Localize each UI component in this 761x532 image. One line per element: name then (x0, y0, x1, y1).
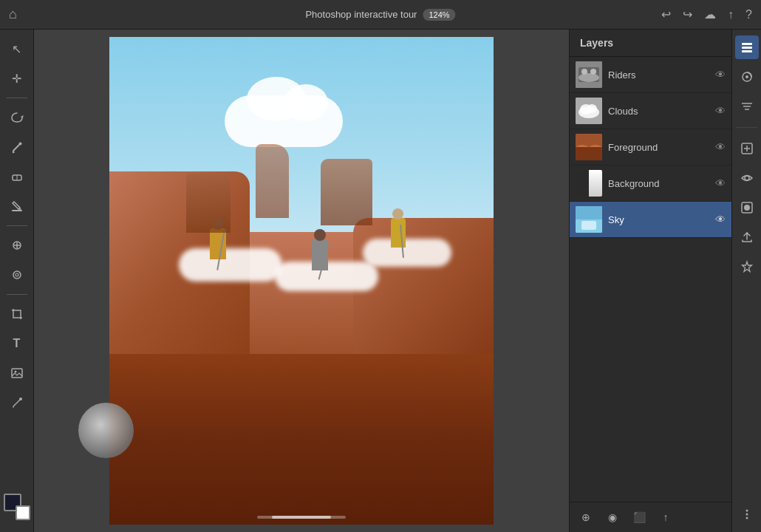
layers-list: Riders 👁 Clouds 👁 (570, 57, 731, 502)
svg-point-43 (745, 176, 749, 180)
cloud-icon[interactable]: ☁ (704, 7, 716, 21)
topbar-left: ⌂ (9, 7, 17, 22)
right-icon-panel (731, 30, 761, 532)
svg-point-47 (745, 514, 748, 516)
mask-icon-button[interactable] (735, 196, 759, 219)
eye-icon-background[interactable]: 👁 (715, 177, 726, 189)
layer-name-clouds: Clouds (608, 106, 709, 117)
canvas-area[interactable] (34, 30, 569, 532)
svg-point-21 (581, 69, 587, 75)
toolbar-separator-2 (7, 225, 27, 226)
help-icon[interactable]: ? (745, 8, 752, 21)
layer-thumb-background (576, 170, 602, 197)
svg-point-9 (16, 273, 18, 276)
image-tool[interactable] (4, 360, 30, 386)
eye-icon-riders[interactable]: 👁 (715, 69, 726, 81)
magic-icon-button[interactable] (735, 255, 759, 279)
layer-name-background: Background (608, 178, 709, 189)
color-swatches (4, 494, 30, 526)
select-tool[interactable]: ↖ (4, 35, 30, 62)
eye-icon-sky[interactable]: 👁 (715, 214, 726, 225)
layer-thumb-foreground (576, 134, 602, 160)
lasso-tool[interactable] (4, 104, 30, 131)
svg-point-17 (19, 398, 22, 400)
svg-point-48 (745, 517, 748, 519)
toolbar-separator-3 (7, 294, 27, 295)
ground (109, 354, 494, 525)
share-icon[interactable]: ↑ (728, 8, 734, 21)
panel-bottom-actions: ⊕ ◉ ⬛ ↑ (570, 502, 731, 532)
svg-point-36 (745, 75, 748, 78)
app-title: Photoshop interactive tour (305, 9, 417, 20)
svg-line-0 (13, 145, 19, 151)
visibility-icon-button[interactable] (735, 166, 759, 190)
eye-icon-foreground[interactable]: 👁 (715, 141, 726, 153)
scroll-thumb (272, 516, 331, 519)
layer-item-sky[interactable]: Sky 👁 (570, 202, 731, 238)
visibility-button[interactable]: ◉ (602, 507, 623, 528)
right-icon-separator (737, 127, 757, 128)
layer-name-foreground: Foreground (608, 142, 709, 153)
eye-icon-clouds[interactable]: 👁 (715, 105, 726, 117)
export-icon-button[interactable] (735, 225, 759, 249)
pen-tool[interactable] (4, 389, 30, 416)
bg-rock-2 (256, 144, 289, 218)
svg-point-16 (14, 371, 16, 373)
clone-tool[interactable] (4, 262, 30, 288)
redo-icon[interactable]: ↪ (683, 7, 692, 21)
home-icon[interactable]: ⌂ (9, 7, 17, 22)
svg-rect-32 (742, 43, 752, 45)
type-tool[interactable]: T (4, 330, 30, 357)
layer-thumb-clouds (576, 98, 602, 124)
scroll-indicator[interactable] (257, 516, 346, 519)
svg-rect-28 (576, 147, 602, 160)
svg-point-8 (13, 271, 21, 279)
svg-rect-34 (742, 50, 752, 52)
svg-rect-31 (581, 221, 596, 230)
crop-tool[interactable] (4, 301, 30, 327)
rider-3 (363, 208, 451, 267)
svg-point-26 (587, 104, 597, 113)
svg-point-46 (745, 510, 748, 512)
more-icon-button[interactable] (735, 502, 759, 526)
undo-icon[interactable]: ↩ (661, 7, 671, 21)
filters-panel-toggle[interactable] (735, 95, 759, 118)
brush-tool[interactable] (4, 134, 30, 160)
move-tool[interactable]: ✛ (4, 65, 30, 92)
layer-name-riders: Riders (608, 69, 709, 81)
eraser-tool[interactable] (4, 163, 30, 190)
layer-item-riders[interactable]: Riders 👁 (570, 57, 731, 93)
layer-name-sky: Sky (608, 214, 709, 225)
svg-rect-10 (13, 310, 21, 318)
layers-panel-header: Layers (570, 30, 731, 57)
zoom-badge[interactable]: 124% (423, 9, 455, 21)
cloud-shape (225, 95, 343, 147)
topbar-center: Photoshop interactive tour 124% (305, 9, 455, 21)
svg-rect-15 (12, 369, 22, 378)
layer-item-clouds[interactable]: Clouds 👁 (570, 93, 731, 129)
add-layer-button[interactable]: ⊕ (576, 507, 596, 528)
bg-rock-1 (186, 174, 231, 233)
svg-point-1 (18, 143, 21, 146)
mask-button[interactable]: ⬛ (629, 507, 649, 528)
svg-rect-33 (742, 47, 752, 49)
heal-tool[interactable] (4, 232, 30, 259)
layer-item-foreground[interactable]: Foreground 👁 (570, 129, 731, 166)
add-icon-button[interactable] (735, 137, 759, 160)
main-area: ↖ ✛ (0, 30, 761, 532)
color-picker-circle[interactable] (78, 403, 134, 458)
background-color-swatch[interactable] (16, 505, 30, 520)
layers-panel-toggle[interactable] (735, 35, 759, 59)
fill-tool[interactable] (4, 193, 30, 219)
canvas-image (109, 37, 494, 525)
layer-item-background[interactable]: Background 👁 (570, 166, 731, 202)
topbar: ⌂ Photoshop interactive tour 124% ↩ ↪ ☁ … (0, 0, 761, 30)
export-button[interactable]: ↑ (655, 507, 676, 528)
adjustments-panel-toggle[interactable] (735, 65, 759, 89)
layer-thumb-riders (576, 61, 602, 88)
left-toolbar: ↖ ✛ (0, 30, 34, 532)
svg-point-45 (744, 205, 750, 211)
layer-thumb-sky (576, 206, 602, 233)
bg-rock-3 (321, 159, 372, 225)
svg-point-20 (579, 73, 599, 82)
